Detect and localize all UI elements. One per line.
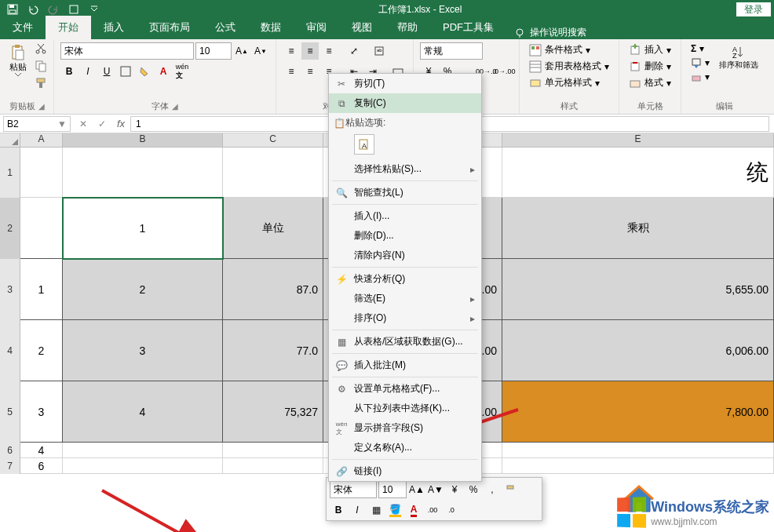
- cell-b3[interactable]: 2: [63, 259, 223, 320]
- cell-a4[interactable]: 2: [20, 320, 63, 381]
- ctx-quick-analysis[interactable]: ⚡快速分析(Q): [329, 269, 481, 289]
- fill-button[interactable]: ▾: [688, 56, 713, 69]
- mini-size-select[interactable]: [378, 481, 407, 498]
- autosum-button[interactable]: Σ ▾: [688, 42, 713, 55]
- ctx-format-cells[interactable]: ⚙设置单元格格式(F)...: [329, 379, 481, 399]
- ctx-dropdown-pick[interactable]: 从下拉列表中选择(K)...: [329, 399, 481, 418]
- align-left-icon[interactable]: ≡: [283, 63, 300, 80]
- underline-button[interactable]: U: [98, 63, 115, 80]
- font-color-button[interactable]: A: [155, 63, 172, 80]
- cell-e7[interactable]: [502, 458, 774, 474]
- mini-bold[interactable]: B: [330, 501, 347, 519]
- tab-view[interactable]: 视图: [339, 16, 385, 39]
- mini-currency[interactable]: ¥: [446, 481, 463, 498]
- cell-c4[interactable]: 77.0: [223, 320, 323, 381]
- cell-a3[interactable]: 1: [20, 259, 63, 320]
- copy-button[interactable]: [35, 60, 47, 72]
- ctx-cut[interactable]: ✂剪切(T): [329, 74, 481, 93]
- tab-file[interactable]: 文件: [0, 16, 46, 39]
- cell-a7[interactable]: 6: [20, 458, 63, 474]
- col-header-c[interactable]: C: [223, 133, 323, 147]
- mini-font-select[interactable]: [330, 481, 377, 498]
- col-header-e[interactable]: E: [502, 133, 774, 147]
- cell-e3[interactable]: 5,655.00: [502, 259, 774, 320]
- mini-fill-color[interactable]: 🪣: [386, 501, 403, 519]
- bold-button[interactable]: B: [60, 63, 78, 80]
- cell-e4[interactable]: 6,006.00: [502, 320, 774, 381]
- cell-c6[interactable]: [223, 443, 323, 458]
- mini-dec-decimal[interactable]: .0: [443, 501, 460, 519]
- tab-help[interactable]: 帮助: [385, 16, 430, 39]
- tab-home[interactable]: 开始: [46, 16, 91, 39]
- dialog-launcher-icon[interactable]: ◢: [172, 102, 178, 111]
- cell-e6[interactable]: [502, 443, 774, 458]
- ctx-copy[interactable]: ⧉复制(C): [329, 93, 481, 113]
- ctx-insert-comment[interactable]: 💬插入批注(M): [329, 355, 481, 375]
- mini-comma[interactable]: ,: [484, 481, 501, 498]
- cell-c1[interactable]: [223, 148, 323, 198]
- cell-e1[interactable]: 统: [502, 148, 774, 198]
- col-header-a[interactable]: A: [20, 133, 63, 147]
- cell-e5[interactable]: 7,800.00: [502, 381, 774, 443]
- align-top-icon[interactable]: ≡: [283, 42, 300, 60]
- sort-filter-button[interactable]: AZ 排序和筛选: [716, 42, 761, 72]
- row-header-7[interactable]: 7: [0, 458, 20, 474]
- mini-inc-decimal[interactable]: .00: [424, 501, 441, 519]
- border-button[interactable]: [117, 63, 134, 80]
- mini-decrease-font[interactable]: A▼: [427, 481, 444, 498]
- tab-review[interactable]: 审阅: [294, 16, 339, 39]
- cell-c7[interactable]: [223, 458, 323, 474]
- cell-c2[interactable]: 单位: [223, 198, 323, 259]
- font-size-select[interactable]: [195, 42, 232, 60]
- mini-format-painter[interactable]: [502, 481, 520, 498]
- cell-b6[interactable]: [63, 443, 223, 458]
- cell-b1[interactable]: [63, 148, 223, 198]
- ctx-sort[interactable]: 排序(O)▸: [329, 308, 481, 328]
- login-button[interactable]: 登录: [736, 2, 771, 16]
- phonetic-button[interactable]: wén文: [173, 63, 191, 80]
- dialog-launcher-icon[interactable]: ◢: [38, 102, 45, 111]
- ctx-link[interactable]: 🔗链接(I): [329, 461, 481, 481]
- fill-color-button[interactable]: [136, 63, 153, 80]
- ctx-define-name[interactable]: 定义名称(A)...: [329, 438, 481, 457]
- ctx-delete[interactable]: 删除(D)...: [329, 226, 481, 246]
- mini-increase-font[interactable]: A▲: [408, 481, 425, 498]
- cancel-formula-icon[interactable]: ✕: [74, 115, 93, 133]
- cell-b4[interactable]: 3: [63, 320, 223, 381]
- ctx-clear[interactable]: 清除内容(N): [329, 246, 481, 265]
- delete-cells-button[interactable]: 删除 ▾: [626, 59, 674, 74]
- cell-a6[interactable]: 4: [20, 443, 63, 458]
- wrap-text-button[interactable]: ab: [371, 42, 388, 60]
- number-format-select[interactable]: [420, 42, 483, 60]
- ctx-insert[interactable]: 插入(I)...: [329, 206, 481, 226]
- cell-c3[interactable]: 87.0: [223, 259, 323, 320]
- format-cells-button[interactable]: 格式 ▾: [626, 75, 674, 90]
- cut-button[interactable]: [35, 42, 47, 55]
- mini-percent[interactable]: %: [465, 481, 482, 498]
- ctx-smart-lookup[interactable]: 🔍智能查找(L): [329, 183, 481, 202]
- increase-font-icon[interactable]: A▲: [233, 42, 250, 60]
- row-header-5[interactable]: 5: [0, 381, 20, 443]
- mini-border[interactable]: ▦: [367, 501, 385, 519]
- row-header-4[interactable]: 4: [0, 320, 20, 381]
- conditional-format-button[interactable]: 条件格式 ▾: [526, 42, 612, 57]
- decrease-font-icon[interactable]: A▼: [252, 42, 269, 60]
- tab-layout[interactable]: 页面布局: [137, 16, 203, 39]
- row-header-1[interactable]: 1: [0, 148, 20, 198]
- align-middle-icon[interactable]: ≡: [301, 42, 319, 60]
- paste-button[interactable]: 粘贴: [6, 42, 30, 78]
- enter-formula-icon[interactable]: ✓: [93, 115, 111, 133]
- decrease-decimal-icon[interactable]: .0→.00: [495, 63, 513, 80]
- paste-keep-source-button[interactable]: A: [354, 134, 374, 155]
- ctx-filter[interactable]: 筛选(E)▸: [329, 289, 481, 308]
- row-header-6[interactable]: 6: [0, 443, 20, 458]
- tell-me-search[interactable]: 操作说明搜索: [506, 26, 594, 39]
- cell-e2[interactable]: 乘积: [502, 198, 774, 259]
- cell-styles-button[interactable]: 单元格样式 ▾: [526, 75, 612, 90]
- cell-a2[interactable]: [20, 198, 63, 259]
- format-painter-button[interactable]: [35, 77, 47, 89]
- tab-data[interactable]: 数据: [248, 16, 294, 39]
- cell-b2[interactable]: 1: [63, 198, 223, 259]
- ctx-paste-special[interactable]: 选择性粘贴(S)...▸: [329, 159, 481, 179]
- tab-insert[interactable]: 插入: [91, 16, 137, 39]
